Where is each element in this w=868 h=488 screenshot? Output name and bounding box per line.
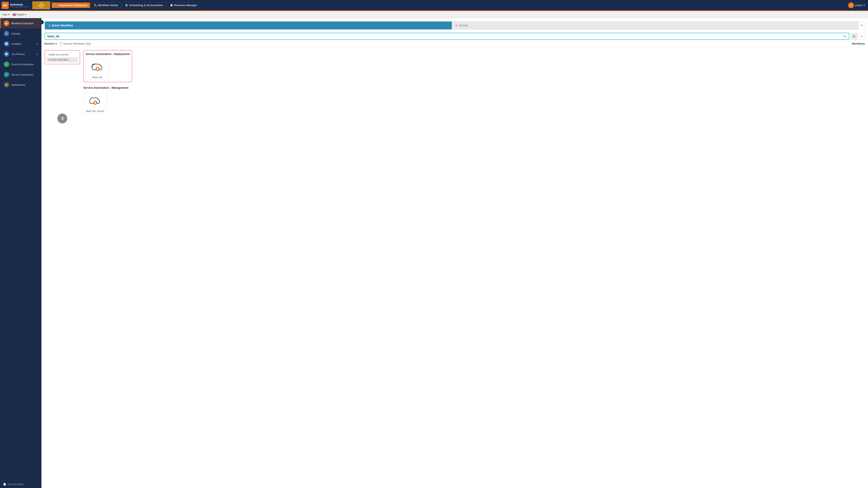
close-button[interactable]: ✕ bbox=[859, 22, 865, 29]
workflows-area: Service Automation - Deployment bbox=[83, 50, 865, 118]
maas-ml-service-icon-area bbox=[84, 93, 107, 108]
job-planner-icon: 🕐 bbox=[4, 51, 9, 57]
list-view-button[interactable]: ≡ bbox=[859, 33, 865, 40]
filter-row: Buckets ▾ Service Workflows Only Workflo… bbox=[44, 42, 865, 47]
sidebar-item-workflow-execution[interactable]: ▶ Workflow Execution bbox=[0, 18, 41, 28]
category-management: Service Automation - Management bbox=[83, 86, 865, 113]
workflow-card-maas-ml-service[interactable]: MaaS_ML_Service bbox=[83, 93, 107, 113]
step-1-select-workflow[interactable]: 1. Select Workflow bbox=[45, 22, 452, 29]
main-content: 1. Select Workflow 2. Submit ✕ 🔍 ⊞ ≡ bbox=[41, 18, 868, 488]
svg-rect-6 bbox=[97, 70, 98, 71]
workflow-execution-icon: ▶ bbox=[4, 21, 9, 26]
analytics-icon: 📊 bbox=[4, 41, 9, 46]
buckets-chevron: ▾ bbox=[56, 42, 57, 45]
svg-rect-15 bbox=[95, 101, 96, 101]
top-navigation: ee Activeeon SCALE BEYOND LIMITS Your LO… bbox=[0, 0, 868, 11]
grid-view-button[interactable]: ⊞ bbox=[851, 33, 857, 40]
category-deployment: Service Automation - Deployment bbox=[83, 50, 865, 82]
bucket-item-model-as-a-service[interactable]: model-as-a-service bbox=[46, 52, 78, 57]
secondary-navigation: Help ▾ 🇬🇧 English ▾ bbox=[0, 11, 868, 18]
workflow-card-maas-ml[interactable]: MaaS_ML bbox=[86, 59, 109, 80]
workflow-panel: 1. Select Workflow 2. Submit ✕ 🔍 ⊞ ≡ bbox=[41, 18, 868, 121]
language-selector[interactable]: 🇬🇧 English ▾ bbox=[12, 13, 26, 16]
deployment-cards: MaaS_ML bbox=[86, 59, 130, 80]
search-bar: 🔍 ⊞ ≡ bbox=[44, 33, 865, 40]
sidebar-item-service-automation[interactable]: ⚙ Service Automation bbox=[0, 69, 41, 80]
analytics-chevron: ▶ bbox=[37, 43, 38, 45]
notifications-icon: 🔔 bbox=[4, 82, 9, 88]
sidebar-item-job-planner[interactable]: 🕐 Job Planner ▶ bbox=[0, 49, 41, 59]
sidebar-item-event-orchestration[interactable]: ⚡ Event Orchestration bbox=[0, 59, 41, 69]
main-split: model-as-a-service service-automation 3 bbox=[44, 50, 865, 118]
workflows-label: Workflows bbox=[852, 42, 865, 45]
workflow-icon: ✏️ bbox=[94, 4, 97, 7]
dashboard-icon: 🔧 bbox=[55, 4, 58, 7]
svg-rect-16 bbox=[95, 104, 96, 105]
maas-ml-service-label: MaaS_ML_Service bbox=[84, 108, 107, 113]
buckets-dropdown[interactable]: Buckets ▾ bbox=[44, 42, 57, 45]
user-menu[interactable]: J jlailaty ▾ bbox=[846, 2, 866, 9]
resource-icon: 🔲 bbox=[170, 4, 173, 7]
management-cards: MaaS_ML_Service bbox=[83, 93, 865, 113]
svg-point-4 bbox=[97, 68, 99, 70]
bucket-item-service-automation[interactable]: service-automation bbox=[46, 57, 78, 62]
search-input-wrapper: 🔍 bbox=[44, 33, 849, 40]
scheduling-orchestration-button[interactable]: ⚙️ Scheduling & Orchestration bbox=[122, 2, 166, 8]
cloud-gear-icon-management bbox=[88, 95, 102, 106]
logo-placeholder: Your LOGO here bbox=[32, 1, 50, 9]
documentation-link[interactable]: 📄 Documentation bbox=[0, 480, 41, 488]
scheduling-icon: ⚙️ bbox=[125, 4, 128, 7]
event-orchestration-icon: ⚡ bbox=[4, 62, 9, 67]
main-layout: « ▶ Workflow Execution ⊞ Catalog 📊 Analy… bbox=[0, 18, 868, 488]
logo[interactable]: ee Activeeon SCALE BEYOND LIMITS bbox=[2, 2, 29, 9]
resource-manager-button[interactable]: 🔲 Resource Manager bbox=[167, 2, 200, 8]
sidebar-item-notifications[interactable]: 🔔 Notifications bbox=[0, 80, 41, 90]
svg-rect-17 bbox=[93, 102, 94, 103]
search-input[interactable] bbox=[45, 33, 841, 39]
service-automation-icon: ⚙ bbox=[4, 72, 9, 77]
category-management-title: Service Automation - Management bbox=[83, 86, 865, 90]
sidebar: « ▶ Workflow Execution ⊞ Catalog 📊 Analy… bbox=[0, 18, 41, 488]
svg-point-14 bbox=[94, 102, 96, 104]
step-2-submit: 2. Submit bbox=[452, 22, 859, 29]
search-button[interactable]: 🔍 bbox=[841, 33, 849, 39]
sidebar-item-analytics[interactable]: 📊 Analytics ▶ bbox=[0, 39, 41, 49]
annotation-circle-3: 3 bbox=[57, 113, 67, 123]
nav-right: J jlailaty ▾ bbox=[846, 2, 866, 9]
service-workflows-checkbox-label[interactable]: Service Workflows Only bbox=[60, 42, 91, 45]
sidebar-item-catalog[interactable]: ⊞ Catalog bbox=[0, 28, 41, 39]
svg-rect-8 bbox=[99, 69, 100, 69]
job-planner-chevron: ▶ bbox=[37, 53, 38, 55]
service-workflows-checkbox[interactable] bbox=[60, 42, 63, 45]
category-deployment-title: Service Automation - Deployment bbox=[86, 53, 130, 56]
bucket-panel: model-as-a-service service-automation bbox=[44, 50, 80, 64]
automation-dashboard-button[interactable]: 🔧 Automation Dashboard bbox=[52, 3, 90, 8]
svg-rect-5 bbox=[97, 67, 98, 68]
avatar: J bbox=[848, 2, 854, 8]
cloud-gear-icon-deployment bbox=[91, 62, 104, 72]
maas-ml-label: MaaS_ML bbox=[86, 75, 109, 80]
logo-icon: ee bbox=[2, 2, 9, 9]
maas-ml-icon-area bbox=[86, 59, 109, 75]
help-menu[interactable]: Help ▾ bbox=[2, 13, 9, 16]
catalog-icon: ⊞ bbox=[4, 31, 9, 36]
logo-text: Activeeon SCALE BEYOND LIMITS bbox=[10, 3, 29, 7]
svg-rect-7 bbox=[95, 69, 96, 69]
sidebar-collapse-button[interactable]: « bbox=[39, 20, 44, 25]
svg-rect-18 bbox=[97, 102, 97, 103]
workflow-studio-button[interactable]: ✏️ Workflow Studio bbox=[91, 2, 121, 8]
documentation-icon: 📄 bbox=[3, 483, 6, 486]
